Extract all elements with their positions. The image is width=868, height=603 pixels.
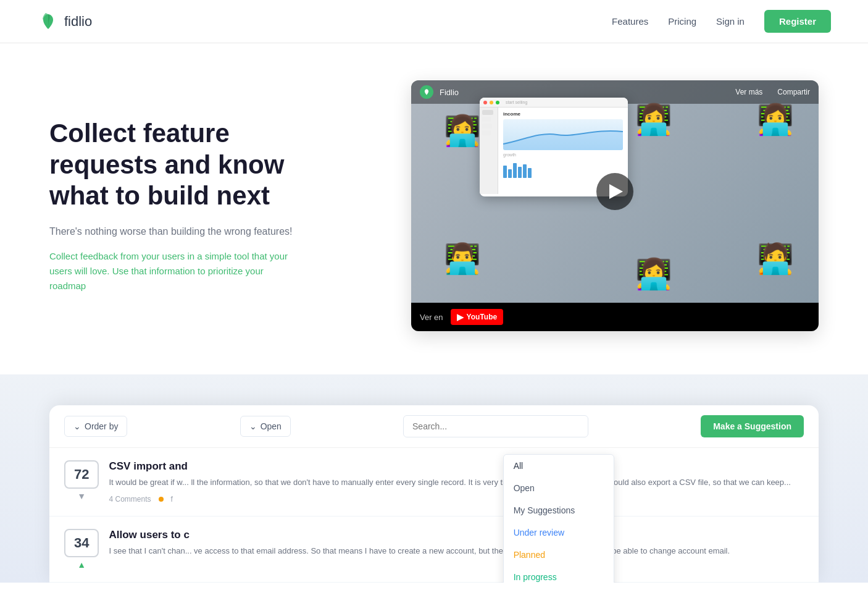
dash-header: start selling <box>480 98 628 108</box>
bar-3 <box>513 163 517 178</box>
video-watch-on-label: Ver en <box>420 313 443 322</box>
hero-title: Collect feature requests and know what t… <box>49 118 296 211</box>
sidebar-item <box>482 110 493 115</box>
site-header: fidlio Features Pricing Sign in Register <box>0 0 868 43</box>
logo-text: fidlio <box>64 14 92 30</box>
hero-description: Collect feedback from your users in a si… <box>49 249 296 293</box>
logo-icon <box>37 11 59 33</box>
dot-yellow <box>490 101 493 104</box>
dropdown-item-open[interactable]: Open <box>504 477 614 499</box>
filter-button[interactable]: ⌄ Open <box>240 416 291 437</box>
status-label-1: f <box>171 495 173 504</box>
suggestion-title-2: Allow users to c <box>109 529 804 541</box>
char-2: 👩‍💻 <box>635 103 672 137</box>
suggestion-body-1: It would be great if w... ll the informa… <box>109 476 804 489</box>
demo-section: ⌄ Order by ⌄ Open All Open My Suggestion… <box>0 374 868 583</box>
dropdown-item-in-progress[interactable]: In progress <box>504 566 614 583</box>
hero-text-block: Collect feature requests and know what t… <box>49 118 296 293</box>
filter-dropdown: All Open My Suggestions Under review Pla… <box>503 454 614 583</box>
suggestion-body-2: I see that I can't chan... ve access to … <box>109 545 804 557</box>
suggestion-meta-1: 4 Comments f <box>109 495 804 504</box>
logo-area[interactable]: fidlio <box>37 11 92 33</box>
video-channel-name: Fidlio <box>440 88 459 97</box>
dash-chart-area <box>503 119 623 150</box>
dash-url: start selling <box>506 100 527 104</box>
demo-toolbar: ⌄ Order by ⌄ Open All Open My Suggestion… <box>49 405 819 448</box>
nav-features[interactable]: Features <box>612 16 648 27</box>
hero-subtitle: There's nothing worse than building the … <box>49 224 296 239</box>
dash-sidebar <box>480 108 498 194</box>
demo-container: ⌄ Order by ⌄ Open All Open My Suggestion… <box>49 405 819 583</box>
vote-box-2: 34 ▲ <box>64 529 99 570</box>
video-play-button[interactable] <box>596 173 633 210</box>
video-watch-more: Ver más <box>735 88 762 96</box>
nav-pricing[interactable]: Pricing <box>668 16 696 27</box>
sidebar-item <box>482 130 491 135</box>
vote-arrow-up-icon[interactable]: ▲ <box>77 560 86 570</box>
sidebar-item <box>482 117 491 122</box>
bar-1 <box>503 166 507 178</box>
char-3: 👩‍💻 <box>757 103 794 137</box>
bar-4 <box>518 167 522 178</box>
youtube-logo-icon: ▶ <box>457 312 464 322</box>
video-logo-small <box>420 85 433 99</box>
char-5: 👩‍💻 <box>635 257 672 292</box>
nav-signin[interactable]: Sign in <box>716 16 745 27</box>
bar-6 <box>528 168 532 178</box>
chevron-down-icon: ⌄ <box>73 421 81 431</box>
char-1: 👩‍💻 <box>444 114 481 148</box>
filter-chevron-icon: ⌄ <box>249 421 257 431</box>
hero-section: Collect feature requests and know what t… <box>0 43 868 374</box>
order-by-button[interactable]: ⌄ Order by <box>64 416 127 437</box>
vote-count-2: 34 <box>64 529 99 557</box>
status-dot-1 <box>159 497 164 502</box>
suggestion-content-1: CSV import and It would be great if w...… <box>109 460 804 504</box>
dot-green <box>496 101 499 104</box>
dropdown-item-planned[interactable]: Planned <box>504 544 614 566</box>
bar-2 <box>508 169 512 178</box>
comment-count-1: 4 Comments <box>109 495 151 504</box>
filter-label: Open <box>261 421 282 431</box>
dash-income-label: income <box>503 111 623 117</box>
make-suggestion-button[interactable]: Make a Suggestion <box>701 415 804 437</box>
suggestion-list: 72 ▼ CSV import and It would be great if… <box>49 448 819 583</box>
suggestion-item: 72 ▼ CSV import and It would be great if… <box>49 448 819 517</box>
vote-arrow-down-icon[interactable]: ▼ <box>77 491 86 501</box>
suggestion-item-2: 34 ▲ Allow users to c I see that I can't… <box>49 517 819 583</box>
main-nav: Features Pricing Sign in Register <box>612 10 831 33</box>
dropdown-item-all[interactable]: All <box>504 455 614 477</box>
char-6: 🧑‍💻 <box>757 242 794 276</box>
suggestion-content-2: Allow users to c I see that I can't chan… <box>109 529 804 563</box>
dash-growth-label: growth <box>503 153 623 157</box>
dropdown-item-under-review[interactable]: Under review <box>504 521 614 544</box>
dropdown-item-my-suggestions[interactable]: My Suggestions <box>504 499 614 521</box>
video-frame: Fidlio Ver más Compartir 👩‍💻 👩‍💻 👩‍💻 👨‍💻… <box>411 80 819 303</box>
video-bottom-bar: Ver en ▶ YouTube <box>411 303 819 331</box>
youtube-button[interactable]: ▶ YouTube <box>451 309 504 325</box>
register-button[interactable]: Register <box>764 10 831 33</box>
video-share: Compartir <box>777 88 810 96</box>
bar-5 <box>523 164 527 178</box>
order-by-label: Order by <box>85 421 118 431</box>
hero-video: Fidlio Ver más Compartir 👩‍💻 👩‍💻 👩‍💻 👨‍💻… <box>411 80 819 331</box>
search-input[interactable] <box>403 415 588 437</box>
vote-box-1: 72 ▼ <box>64 460 99 501</box>
dot-red <box>483 101 487 104</box>
suggestion-title-1: CSV import and <box>109 460 804 473</box>
vote-count-1: 72 <box>64 460 99 489</box>
sidebar-item <box>482 124 492 129</box>
char-4: 👨‍💻 <box>444 242 481 276</box>
youtube-brand-label: YouTube <box>467 313 498 321</box>
filter-dropdown-container: ⌄ Open All Open My Suggestions Under rev… <box>240 416 291 437</box>
